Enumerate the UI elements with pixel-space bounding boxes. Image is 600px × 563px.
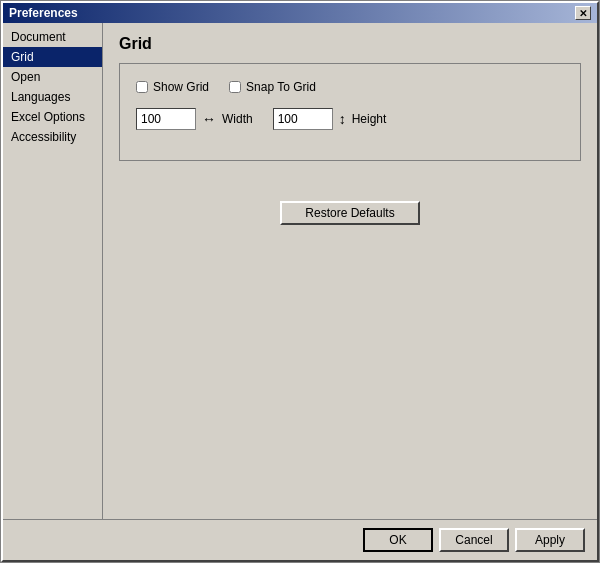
checkboxes-row: Show Grid Snap To Grid <box>136 80 564 94</box>
section-title: Grid <box>119 35 581 53</box>
width-input[interactable] <box>136 108 196 130</box>
snap-to-grid-group: Snap To Grid <box>229 80 316 94</box>
title-bar: Preferences ✕ <box>3 3 597 23</box>
apply-button[interactable]: Apply <box>515 528 585 552</box>
restore-defaults-button[interactable]: Restore Defaults <box>280 201 420 225</box>
grid-panel: Show Grid Snap To Grid ↔ Width <box>119 63 581 161</box>
dimensions-row: ↔ Width ↕ Height <box>136 108 564 130</box>
snap-to-grid-checkbox[interactable] <box>229 81 241 93</box>
dialog-title: Preferences <box>9 6 78 20</box>
main-content: Grid Show Grid Snap To Grid <box>103 23 597 519</box>
cancel-button[interactable]: Cancel <box>439 528 509 552</box>
height-group: ↕ Height <box>273 108 387 130</box>
sidebar-item-excel-options[interactable]: Excel Options <box>3 107 102 127</box>
dialog-body: Document Grid Open Languages Excel Optio… <box>3 23 597 519</box>
width-label: Width <box>222 112 253 126</box>
sidebar-item-languages[interactable]: Languages <box>3 87 102 107</box>
width-group: ↔ Width <box>136 108 253 130</box>
show-grid-group: Show Grid <box>136 80 209 94</box>
height-input[interactable] <box>273 108 333 130</box>
restore-section: Restore Defaults <box>119 191 581 225</box>
snap-to-grid-label: Snap To Grid <box>246 80 316 94</box>
ok-button[interactable]: OK <box>363 528 433 552</box>
preferences-dialog: Preferences ✕ Document Grid Open Languag… <box>1 1 599 562</box>
height-label: Height <box>352 112 387 126</box>
sidebar-item-accessibility[interactable]: Accessibility <box>3 127 102 147</box>
close-button[interactable]: ✕ <box>575 6 591 20</box>
show-grid-checkbox[interactable] <box>136 81 148 93</box>
show-grid-label: Show Grid <box>153 80 209 94</box>
sidebar-item-open[interactable]: Open <box>3 67 102 87</box>
sidebar-item-document[interactable]: Document <box>3 27 102 47</box>
bottom-bar: OK Cancel Apply <box>3 519 597 560</box>
sidebar-item-grid[interactable]: Grid <box>3 47 102 67</box>
height-arrow-icon: ↕ <box>339 111 346 127</box>
width-arrow-icon: ↔ <box>202 111 216 127</box>
sidebar: Document Grid Open Languages Excel Optio… <box>3 23 103 519</box>
